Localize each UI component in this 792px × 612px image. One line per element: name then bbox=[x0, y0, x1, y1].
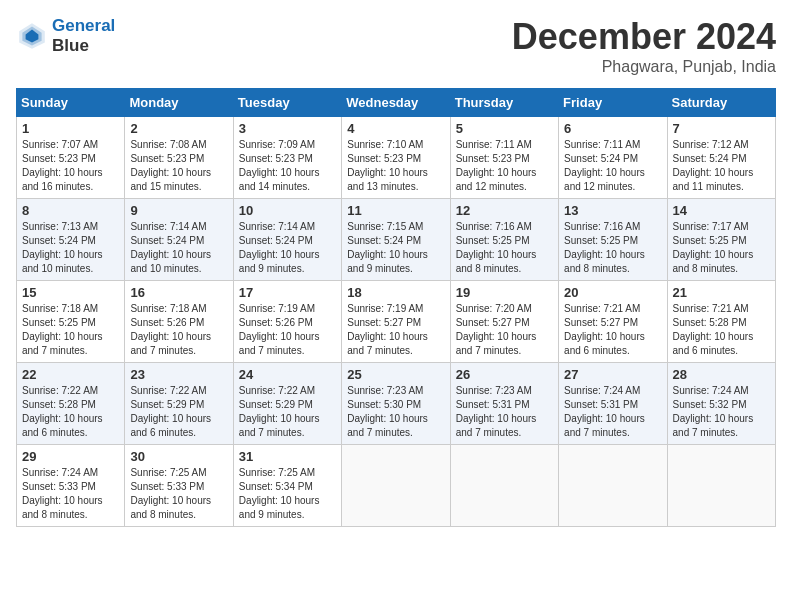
sunset-text: Sunset: 5:25 PM bbox=[22, 316, 119, 330]
daylight-text: Daylight: 10 hours and 11 minutes. bbox=[673, 166, 770, 194]
logo-text: General Blue bbox=[52, 16, 115, 56]
sunset-text: Sunset: 5:28 PM bbox=[673, 316, 770, 330]
weekday-header: Saturday bbox=[667, 89, 775, 117]
day-number: 31 bbox=[239, 449, 336, 464]
sunset-text: Sunset: 5:25 PM bbox=[456, 234, 553, 248]
sunrise-text: Sunrise: 7:18 AM bbox=[130, 302, 227, 316]
calendar-cell: 28 Sunrise: 7:24 AM Sunset: 5:32 PM Dayl… bbox=[667, 363, 775, 445]
daylight-text: Daylight: 10 hours and 6 minutes. bbox=[564, 330, 661, 358]
sunrise-text: Sunrise: 7:11 AM bbox=[456, 138, 553, 152]
cell-content: Sunrise: 7:07 AM Sunset: 5:23 PM Dayligh… bbox=[22, 138, 119, 194]
calendar-cell: 7 Sunrise: 7:12 AM Sunset: 5:24 PM Dayli… bbox=[667, 117, 775, 199]
sunrise-text: Sunrise: 7:15 AM bbox=[347, 220, 444, 234]
day-number: 17 bbox=[239, 285, 336, 300]
calendar-cell bbox=[667, 445, 775, 527]
sunset-text: Sunset: 5:23 PM bbox=[239, 152, 336, 166]
day-number: 10 bbox=[239, 203, 336, 218]
day-number: 22 bbox=[22, 367, 119, 382]
daylight-text: Daylight: 10 hours and 15 minutes. bbox=[130, 166, 227, 194]
sunset-text: Sunset: 5:23 PM bbox=[456, 152, 553, 166]
location-title: Phagwara, Punjab, India bbox=[512, 58, 776, 76]
calendar-cell: 22 Sunrise: 7:22 AM Sunset: 5:28 PM Dayl… bbox=[17, 363, 125, 445]
sunrise-text: Sunrise: 7:09 AM bbox=[239, 138, 336, 152]
day-number: 30 bbox=[130, 449, 227, 464]
day-number: 21 bbox=[673, 285, 770, 300]
sunrise-text: Sunrise: 7:24 AM bbox=[22, 466, 119, 480]
cell-content: Sunrise: 7:19 AM Sunset: 5:26 PM Dayligh… bbox=[239, 302, 336, 358]
calendar-cell: 16 Sunrise: 7:18 AM Sunset: 5:26 PM Dayl… bbox=[125, 281, 233, 363]
daylight-text: Daylight: 10 hours and 6 minutes. bbox=[22, 412, 119, 440]
daylight-text: Daylight: 10 hours and 6 minutes. bbox=[673, 330, 770, 358]
daylight-text: Daylight: 10 hours and 7 minutes. bbox=[673, 412, 770, 440]
day-number: 15 bbox=[22, 285, 119, 300]
calendar-cell: 4 Sunrise: 7:10 AM Sunset: 5:23 PM Dayli… bbox=[342, 117, 450, 199]
day-number: 28 bbox=[673, 367, 770, 382]
sunset-text: Sunset: 5:24 PM bbox=[130, 234, 227, 248]
sunrise-text: Sunrise: 7:22 AM bbox=[239, 384, 336, 398]
sunset-text: Sunset: 5:24 PM bbox=[239, 234, 336, 248]
sunrise-text: Sunrise: 7:19 AM bbox=[239, 302, 336, 316]
daylight-text: Daylight: 10 hours and 9 minutes. bbox=[239, 248, 336, 276]
day-number: 11 bbox=[347, 203, 444, 218]
title-area: December 2024 Phagwara, Punjab, India bbox=[512, 16, 776, 76]
sunset-text: Sunset: 5:27 PM bbox=[456, 316, 553, 330]
sunrise-text: Sunrise: 7:16 AM bbox=[456, 220, 553, 234]
calendar-cell bbox=[342, 445, 450, 527]
day-number: 12 bbox=[456, 203, 553, 218]
day-number: 6 bbox=[564, 121, 661, 136]
daylight-text: Daylight: 10 hours and 9 minutes. bbox=[347, 248, 444, 276]
daylight-text: Daylight: 10 hours and 8 minutes. bbox=[130, 494, 227, 522]
calendar-cell: 10 Sunrise: 7:14 AM Sunset: 5:24 PM Dayl… bbox=[233, 199, 341, 281]
cell-content: Sunrise: 7:08 AM Sunset: 5:23 PM Dayligh… bbox=[130, 138, 227, 194]
day-number: 4 bbox=[347, 121, 444, 136]
cell-content: Sunrise: 7:11 AM Sunset: 5:24 PM Dayligh… bbox=[564, 138, 661, 194]
calendar-cell: 6 Sunrise: 7:11 AM Sunset: 5:24 PM Dayli… bbox=[559, 117, 667, 199]
calendar-cell: 17 Sunrise: 7:19 AM Sunset: 5:26 PM Dayl… bbox=[233, 281, 341, 363]
daylight-text: Daylight: 10 hours and 12 minutes. bbox=[456, 166, 553, 194]
day-number: 9 bbox=[130, 203, 227, 218]
daylight-text: Daylight: 10 hours and 7 minutes. bbox=[22, 330, 119, 358]
sunrise-text: Sunrise: 7:23 AM bbox=[347, 384, 444, 398]
daylight-text: Daylight: 10 hours and 13 minutes. bbox=[347, 166, 444, 194]
cell-content: Sunrise: 7:25 AM Sunset: 5:33 PM Dayligh… bbox=[130, 466, 227, 522]
day-number: 24 bbox=[239, 367, 336, 382]
day-number: 14 bbox=[673, 203, 770, 218]
sunset-text: Sunset: 5:29 PM bbox=[239, 398, 336, 412]
sunset-text: Sunset: 5:24 PM bbox=[347, 234, 444, 248]
sunset-text: Sunset: 5:24 PM bbox=[673, 152, 770, 166]
calendar-cell: 24 Sunrise: 7:22 AM Sunset: 5:29 PM Dayl… bbox=[233, 363, 341, 445]
sunset-text: Sunset: 5:31 PM bbox=[456, 398, 553, 412]
sunrise-text: Sunrise: 7:12 AM bbox=[673, 138, 770, 152]
daylight-text: Daylight: 10 hours and 12 minutes. bbox=[564, 166, 661, 194]
day-number: 29 bbox=[22, 449, 119, 464]
cell-content: Sunrise: 7:19 AM Sunset: 5:27 PM Dayligh… bbox=[347, 302, 444, 358]
cell-content: Sunrise: 7:18 AM Sunset: 5:26 PM Dayligh… bbox=[130, 302, 227, 358]
sunset-text: Sunset: 5:24 PM bbox=[22, 234, 119, 248]
sunrise-text: Sunrise: 7:08 AM bbox=[130, 138, 227, 152]
sunset-text: Sunset: 5:31 PM bbox=[564, 398, 661, 412]
sunrise-text: Sunrise: 7:24 AM bbox=[673, 384, 770, 398]
weekday-header: Thursday bbox=[450, 89, 558, 117]
weekday-header: Monday bbox=[125, 89, 233, 117]
calendar-cell: 23 Sunrise: 7:22 AM Sunset: 5:29 PM Dayl… bbox=[125, 363, 233, 445]
calendar-cell: 1 Sunrise: 7:07 AM Sunset: 5:23 PM Dayli… bbox=[17, 117, 125, 199]
day-number: 3 bbox=[239, 121, 336, 136]
sunrise-text: Sunrise: 7:17 AM bbox=[673, 220, 770, 234]
cell-content: Sunrise: 7:09 AM Sunset: 5:23 PM Dayligh… bbox=[239, 138, 336, 194]
sunset-text: Sunset: 5:23 PM bbox=[22, 152, 119, 166]
daylight-text: Daylight: 10 hours and 7 minutes. bbox=[239, 330, 336, 358]
cell-content: Sunrise: 7:12 AM Sunset: 5:24 PM Dayligh… bbox=[673, 138, 770, 194]
month-title: December 2024 bbox=[512, 16, 776, 58]
calendar-cell: 9 Sunrise: 7:14 AM Sunset: 5:24 PM Dayli… bbox=[125, 199, 233, 281]
calendar-cell bbox=[450, 445, 558, 527]
sunset-text: Sunset: 5:28 PM bbox=[22, 398, 119, 412]
header: General Blue December 2024 Phagwara, Pun… bbox=[16, 16, 776, 76]
daylight-text: Daylight: 10 hours and 9 minutes. bbox=[239, 494, 336, 522]
cell-content: Sunrise: 7:11 AM Sunset: 5:23 PM Dayligh… bbox=[456, 138, 553, 194]
calendar-cell bbox=[559, 445, 667, 527]
calendar-cell: 15 Sunrise: 7:18 AM Sunset: 5:25 PM Dayl… bbox=[17, 281, 125, 363]
calendar-cell: 13 Sunrise: 7:16 AM Sunset: 5:25 PM Dayl… bbox=[559, 199, 667, 281]
calendar-cell: 8 Sunrise: 7:13 AM Sunset: 5:24 PM Dayli… bbox=[17, 199, 125, 281]
sunset-text: Sunset: 5:33 PM bbox=[130, 480, 227, 494]
day-number: 8 bbox=[22, 203, 119, 218]
